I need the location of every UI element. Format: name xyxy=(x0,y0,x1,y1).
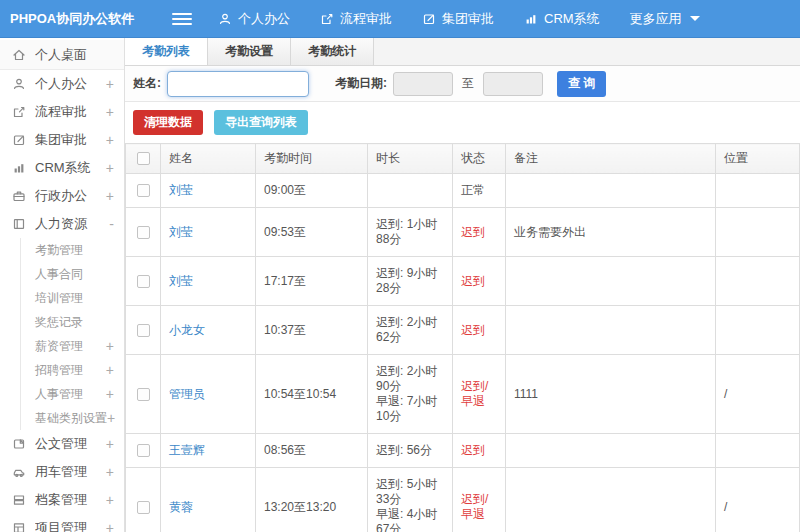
location-cell xyxy=(716,434,800,468)
sidebar-item[interactable]: 项目管理+ xyxy=(0,514,124,532)
location-cell xyxy=(716,208,800,257)
attendee-name-link[interactable]: 刘莹 xyxy=(169,225,193,239)
select-all-checkbox[interactable] xyxy=(137,152,150,165)
duration-cell: 迟到: 2小时62分 xyxy=(368,306,453,355)
topnav-item[interactable]: 个人办公 xyxy=(218,10,290,28)
tab-item[interactable]: 考勤统计 xyxy=(291,38,374,65)
sidebar-item-label: 档案管理 xyxy=(35,491,106,509)
sidebar-item[interactable]: 流程审批+ xyxy=(0,98,124,126)
expand-icon: + xyxy=(106,188,114,204)
location-cell: / xyxy=(716,355,800,434)
note-cell xyxy=(506,434,716,468)
date-label: 考勤日期: xyxy=(335,75,387,92)
topnav-label: 更多应用 xyxy=(630,10,682,28)
date-to-input[interactable] xyxy=(483,72,543,96)
status-cell: 迟到/早退 xyxy=(453,355,506,434)
tab-item[interactable]: 考勤设置 xyxy=(208,38,291,65)
name-label: 姓名: xyxy=(133,75,161,92)
sidebar-item[interactable]: 个人办公+ xyxy=(0,70,124,98)
attendee-name-link[interactable]: 黄蓉 xyxy=(169,500,193,514)
sidebar-item[interactable]: CRM系统+ xyxy=(0,154,124,182)
expand-icon: + xyxy=(106,436,114,452)
row-checkbox[interactable] xyxy=(137,501,150,514)
attendance-table: 姓名 考勤时间 时长 状态 备注 位置 刘莹09:00至正常刘莹09:53至迟到… xyxy=(125,143,800,532)
sidebar-item[interactable]: 人力资源- xyxy=(0,210,124,238)
expand-icon: + xyxy=(106,362,114,378)
header-note: 备注 xyxy=(506,144,716,174)
menu-toggle-icon[interactable] xyxy=(172,10,192,28)
row-checkbox[interactable] xyxy=(137,388,150,401)
sidebar-subitem-label: 薪资管理 xyxy=(35,338,106,355)
top-bar: PHPOA协同办公软件 个人办公流程审批集团审批CRM系统更多应用 xyxy=(0,0,800,38)
clean-data-button[interactable]: 清理数据 xyxy=(133,110,203,135)
query-button[interactable]: 查 询 xyxy=(557,71,606,97)
duration-cell: 迟到: 56分 xyxy=(368,434,453,468)
expand-icon: + xyxy=(106,492,114,508)
status-cell: 迟到 xyxy=(453,434,506,468)
sidebar-item[interactable]: 个人桌面 xyxy=(0,40,124,70)
attendance-time-cell: 17:17至 xyxy=(256,257,368,306)
sidebar-item[interactable]: 公文管理+ xyxy=(0,430,124,458)
attendee-name-link[interactable]: 刘莹 xyxy=(169,274,193,288)
action-buttons: 清理数据 导出查询列表 xyxy=(125,102,800,143)
header-duration: 时长 xyxy=(368,144,453,174)
sidebar-item[interactable]: 集团审批+ xyxy=(0,126,124,154)
topnav-item[interactable]: CRM系统 xyxy=(524,10,600,28)
note-cell xyxy=(506,468,716,532)
note-cell: 1111 xyxy=(506,355,716,434)
row-checkbox[interactable] xyxy=(137,275,150,288)
row-checkbox[interactable] xyxy=(137,324,150,337)
row-checkbox[interactable] xyxy=(137,226,150,239)
export-list-button[interactable]: 导出查询列表 xyxy=(214,110,308,135)
name-input[interactable] xyxy=(167,71,309,97)
expand-icon: + xyxy=(106,104,114,120)
expand-icon: + xyxy=(106,520,114,532)
sidebar-subitem[interactable]: 招聘管理+ xyxy=(21,358,124,382)
sidebar-subitem-label: 考勤管理 xyxy=(35,242,114,259)
topnav-label: 集团审批 xyxy=(442,10,494,28)
caret-down-icon xyxy=(690,16,700,21)
sidebar-item-label: 人力资源 xyxy=(35,215,109,233)
row-checkbox[interactable] xyxy=(137,184,150,197)
edit-icon xyxy=(12,133,28,147)
date-from-input[interactable] xyxy=(393,72,453,96)
attendance-time-cell: 13:20至13:20 xyxy=(256,468,368,532)
attendee-name-link[interactable]: 管理员 xyxy=(169,387,205,401)
attendee-name-link[interactable]: 刘莹 xyxy=(169,183,193,197)
sidebar-item[interactable]: 档案管理+ xyxy=(0,486,124,514)
sidebar-subitem[interactable]: 薪资管理+ xyxy=(21,334,124,358)
chart-icon xyxy=(524,12,538,26)
duration-cell xyxy=(368,174,453,208)
topnav-item[interactable]: 集团审批 xyxy=(422,10,494,28)
attendee-name-link[interactable]: 王壹辉 xyxy=(169,443,205,457)
sidebar-subitem[interactable]: 人事管理+ xyxy=(21,382,124,406)
sidebar-subitem[interactable]: 奖惩记录 xyxy=(21,310,124,334)
row-checkbox[interactable] xyxy=(137,444,150,457)
attendee-name-link[interactable]: 小龙女 xyxy=(169,323,205,337)
sidebar-item-label: 流程审批 xyxy=(35,103,106,121)
tab-active[interactable]: 考勤列表 xyxy=(125,38,208,65)
expand-icon: - xyxy=(109,216,114,232)
sidebar-subitem-label: 人事管理 xyxy=(35,386,106,403)
sidebar-subitem[interactable]: 基础类别设置+ xyxy=(21,406,124,430)
status-cell: 正常 xyxy=(453,174,506,208)
car-icon xyxy=(12,465,28,479)
note-cell xyxy=(506,174,716,208)
top-nav: 个人办公流程审批集团审批CRM系统更多应用 xyxy=(218,10,730,28)
sidebar-subitem[interactable]: 考勤管理 xyxy=(21,238,124,262)
expand-icon: + xyxy=(106,132,114,148)
table-row: 小龙女10:37至迟到: 2小时62分迟到 xyxy=(126,306,800,355)
table-row: 黄蓉13:20至13:20迟到: 5小时33分 早退: 4小时67分迟到/早退/ xyxy=(126,468,800,532)
sidebar-subitem[interactable]: 人事合同 xyxy=(21,262,124,286)
topnav-item[interactable]: 更多应用 xyxy=(630,10,700,28)
note-cell: 业务需要外出 xyxy=(506,208,716,257)
sidebar-item[interactable]: 行政办公+ xyxy=(0,182,124,210)
topnav-item[interactable]: 流程审批 xyxy=(320,10,392,28)
tab-bar: 考勤列表考勤设置考勤统计 xyxy=(125,38,800,66)
sidebar-subitem[interactable]: 培训管理 xyxy=(21,286,124,310)
user-icon xyxy=(12,77,28,91)
attendance-time-cell: 10:37至 xyxy=(256,306,368,355)
archive-icon xyxy=(12,493,28,507)
sidebar-item[interactable]: 用车管理+ xyxy=(0,458,124,486)
project-icon xyxy=(12,521,28,532)
